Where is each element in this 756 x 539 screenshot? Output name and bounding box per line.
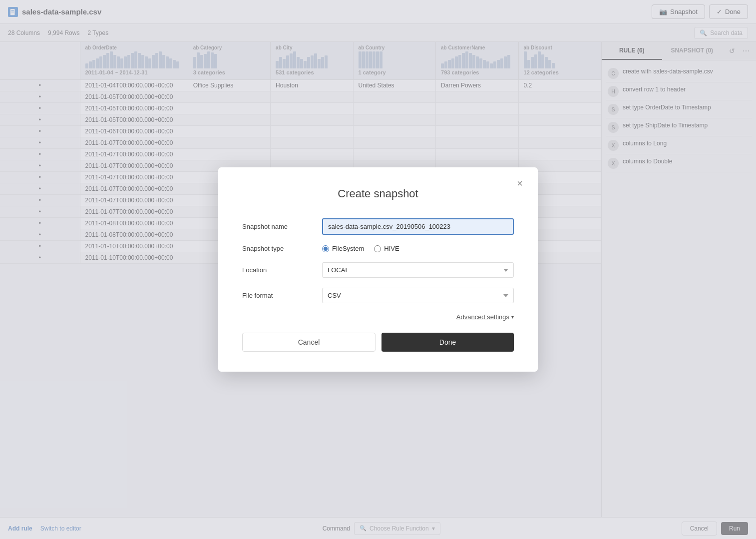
modal-done-button[interactable]: Done [381, 333, 514, 352]
filesystem-radio[interactable] [322, 245, 329, 252]
modal-title: Create snapshot [242, 187, 514, 200]
modal-cancel-button[interactable]: Cancel [242, 333, 376, 352]
location-row: Location LOCALHDFSS3 [242, 262, 514, 278]
location-control: LOCALHDFSS3 [322, 262, 514, 278]
file-format-select[interactable]: CSVJSONParquetAvro [322, 288, 514, 303]
file-format-control: CSVJSONParquetAvro [322, 288, 514, 303]
file-format-row: File format CSVJSONParquetAvro [242, 288, 514, 303]
snapshot-name-label: Snapshot name [242, 223, 322, 230]
filesystem-label: FileSystem [332, 245, 364, 252]
advanced-settings-label: Advanced settings [456, 313, 509, 321]
modal-close-button[interactable]: × [512, 175, 528, 191]
snapshot-type-control: FileSystem HIVE [322, 245, 514, 252]
snapshot-name-row: Snapshot name [242, 218, 514, 235]
snapshot-name-control [322, 218, 514, 235]
file-format-label: File format [242, 292, 322, 299]
hive-radio[interactable] [374, 245, 381, 252]
advanced-settings[interactable]: Advanced settings ▾ [242, 313, 514, 321]
snapshot-type-label: Snapshot type [242, 245, 322, 252]
hive-label: HIVE [384, 245, 399, 252]
filesystem-option[interactable]: FileSystem [322, 245, 364, 252]
create-snapshot-modal: × Create snapshot Snapshot name Snapshot… [218, 167, 538, 372]
location-label: Location [242, 266, 322, 274]
snapshot-type-row: Snapshot type FileSystem HIVE [242, 245, 514, 252]
snapshot-name-input[interactable] [322, 218, 514, 235]
location-select[interactable]: LOCALHDFSS3 [322, 262, 514, 278]
overlay: × Create snapshot Snapshot name Snapshot… [0, 0, 756, 539]
chevron-down-icon: ▾ [511, 314, 514, 320]
modal-actions: Cancel Done [242, 333, 514, 352]
hive-option[interactable]: HIVE [374, 245, 399, 252]
